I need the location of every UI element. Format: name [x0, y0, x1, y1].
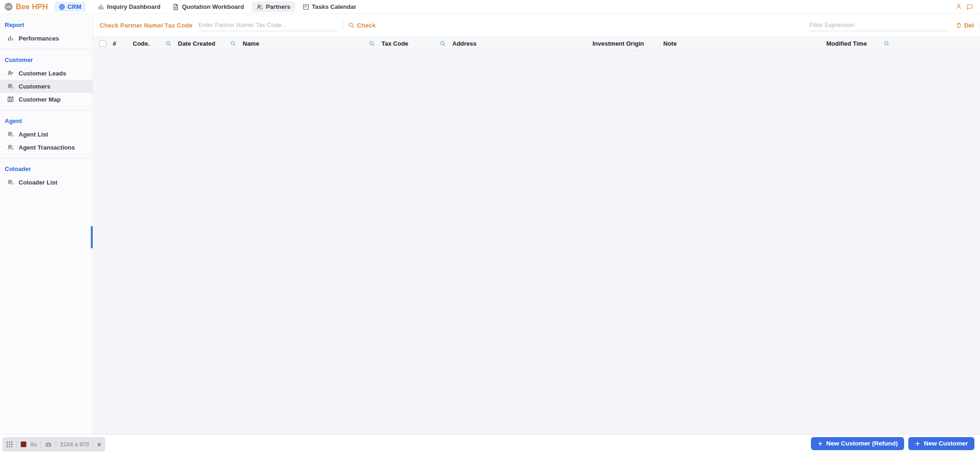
- column-label: Investment Origin: [592, 40, 644, 47]
- sidebar-scrollbar-thumb[interactable]: [91, 226, 93, 248]
- column-search-icon[interactable]: [884, 41, 890, 47]
- check-button-label: Check: [357, 22, 376, 29]
- sidebar-item-customer-leads[interactable]: Customer Leads: [0, 67, 93, 80]
- chat-icon[interactable]: [966, 3, 973, 10]
- button-label: New Customer: [924, 440, 968, 447]
- search-icon: [348, 22, 354, 28]
- header-cell-address[interactable]: Address: [452, 37, 592, 50]
- column-search-icon[interactable]: [230, 41, 236, 47]
- column-label: Date Created: [178, 40, 215, 47]
- footer-bar: New Customer (Refund) New Customer: [0, 434, 980, 452]
- sidebar-item-agent-transactions[interactable]: Agent Transactions: [0, 141, 93, 154]
- record-timer: 0s: [30, 441, 37, 448]
- bar-chart-icon: [98, 4, 104, 10]
- sidebar-item-label: Customer Map: [19, 96, 61, 103]
- column-search-icon[interactable]: [440, 41, 446, 47]
- user-profile-icon[interactable]: [955, 3, 962, 10]
- sidebar-item-label: Customer Leads: [19, 70, 66, 77]
- people-icon: [7, 179, 14, 185]
- sidebar-item-label: Agent List: [19, 131, 48, 138]
- check-partner-label: Check Partner Name/ Tax Code: [100, 22, 192, 29]
- header-cell-investment-origin[interactable]: Investment Origin: [592, 37, 663, 50]
- record-stop-button[interactable]: [20, 441, 27, 447]
- trash-icon: [956, 22, 962, 28]
- recorder-divider: [16, 441, 17, 448]
- partner-check-input[interactable]: [198, 19, 338, 31]
- tab-inquiry-dashboard[interactable]: Inquiry Dashboard: [93, 1, 165, 12]
- sidebar-item-customers[interactable]: Customers: [0, 80, 93, 93]
- tab-label: Quotation Workboard: [182, 3, 244, 10]
- column-label: Modified Time: [826, 40, 867, 47]
- board-icon: [303, 4, 309, 10]
- filter-expression-input[interactable]: [810, 19, 949, 31]
- header-cell-modified-time[interactable]: Modified Time: [826, 37, 896, 50]
- sidebar-item-label: Coloader List: [19, 179, 57, 186]
- resolution-label: 980 x 452: [60, 441, 89, 448]
- drag-handle-icon[interactable]: [7, 441, 13, 447]
- new-customer-button[interactable]: New Customer: [908, 437, 974, 450]
- map-icon: [7, 96, 14, 103]
- check-button[interactable]: Check: [348, 22, 376, 29]
- header-cell-date-created[interactable]: Date Created: [178, 37, 243, 50]
- toolbar-divider: [979, 21, 979, 30]
- people-icon: [256, 4, 263, 10]
- header-cell-index[interactable]: #: [113, 37, 133, 50]
- column-label: Address: [452, 40, 476, 47]
- delete-filter-button[interactable]: Del: [956, 22, 974, 29]
- button-label: New Customer (Refund): [826, 440, 898, 447]
- crm-app-chip[interactable]: CRM: [54, 2, 86, 12]
- column-search-icon[interactable]: [165, 41, 171, 47]
- brand-title: Bee HPH: [16, 3, 48, 11]
- customers-table-header: # Code. Date Created Name Tax Code: [94, 36, 980, 51]
- tab-label: Inquiry Dashboard: [107, 3, 161, 10]
- header-cell-note[interactable]: Note: [663, 37, 826, 50]
- sidebar: Report Performances Customer Customer Le…: [0, 14, 93, 452]
- person-add-icon: [7, 70, 14, 76]
- screen-recorder-widget: 0s 980 x 452 ×: [2, 437, 105, 452]
- tab-tasks-calendar[interactable]: Tasks Calendar: [298, 1, 361, 12]
- header-cell-select-all: [94, 37, 113, 50]
- header-cell-tax-code[interactable]: Tax Code: [381, 37, 452, 50]
- plus-icon: [915, 441, 920, 446]
- sidebar-divider: [0, 158, 93, 158]
- app-logo[interactable]: LO: [5, 3, 13, 11]
- recorder-divider: [93, 441, 93, 448]
- sidebar-item-label: Customers: [19, 83, 50, 90]
- column-label: Note: [663, 40, 677, 47]
- bar-chart-icon: [7, 35, 14, 41]
- sidebar-item-label: Performances: [19, 35, 59, 42]
- sidebar-divider: [0, 110, 93, 110]
- column-label: Code.: [133, 40, 150, 47]
- globe-icon: [59, 4, 65, 10]
- new-customer-refund-button[interactable]: New Customer (Refund): [811, 437, 905, 450]
- tab-partners[interactable]: Partners: [252, 1, 295, 12]
- tab-label: Tasks Calendar: [312, 3, 356, 10]
- camera-icon[interactable]: [45, 441, 52, 448]
- sidebar-item-customer-map[interactable]: Customer Map: [0, 93, 93, 106]
- tab-label: Partners: [266, 3, 291, 10]
- toolbar-divider: [343, 21, 343, 30]
- delete-filter-label: Del: [964, 22, 974, 29]
- people-icon: [7, 131, 14, 137]
- people-icon: [7, 144, 14, 151]
- sidebar-section-report: Report: [0, 19, 93, 32]
- sidebar-section-coloader: Coloader: [0, 163, 93, 176]
- partner-check-toolbar: Check Partner Name/ Tax Code Check Del: [94, 14, 980, 36]
- column-label: Name: [243, 40, 259, 47]
- header-cell-code[interactable]: Code.: [133, 37, 178, 50]
- main-content: Check Partner Name/ Tax Code Check Del: [94, 14, 980, 434]
- sidebar-item-agent-list[interactable]: Agent List: [0, 128, 93, 141]
- tab-quotation-workboard[interactable]: Quotation Workboard: [168, 1, 248, 12]
- sidebar-divider: [0, 49, 93, 49]
- sidebar-item-coloader-list[interactable]: Coloader List: [0, 176, 93, 189]
- column-label: Tax Code: [381, 40, 408, 47]
- select-all-checkbox[interactable]: [99, 40, 106, 47]
- top-bar: LO Bee HPH CRM Inquiry Dashboard Quotati…: [0, 0, 980, 14]
- customers-table-body: [94, 51, 980, 435]
- close-icon[interactable]: ×: [97, 441, 101, 448]
- sidebar-item-performances[interactable]: Performances: [0, 32, 93, 45]
- header-cell-name[interactable]: Name: [243, 37, 381, 50]
- column-search-icon[interactable]: [369, 41, 375, 47]
- sidebar-section-customer: Customer: [0, 54, 93, 67]
- sidebar-section-agent: Agent: [0, 115, 93, 128]
